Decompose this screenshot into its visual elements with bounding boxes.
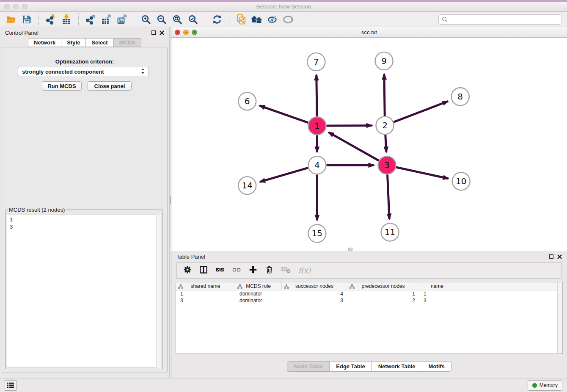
splitter-grip[interactable] (170, 196, 171, 204)
column-header-predecessor-nodes[interactable]: predecessor nodes (347, 282, 419, 290)
graph-node-8[interactable]: 8 (451, 88, 469, 105)
graph-edge-4-14[interactable] (260, 168, 308, 182)
tab-node-table[interactable]: Node Table (287, 361, 330, 372)
optimization-criterion-label: Optimization criterion: (2, 58, 167, 65)
graph-node-7[interactable]: 7 (307, 53, 325, 71)
run-mcds-button[interactable]: Run MCDS (42, 81, 82, 91)
table-scrollbar[interactable] (557, 282, 562, 353)
minimize-window-icon[interactable] (13, 4, 19, 9)
table-cell[interactable]: 3 (419, 297, 455, 304)
show-hide-columns-button[interactable] (199, 265, 208, 276)
close-table-panel-icon[interactable] (557, 254, 562, 259)
network-graph[interactable]: 7968124314101511 (171, 38, 567, 251)
zoom-window-icon[interactable] (22, 4, 28, 9)
table-cell[interactable]: 3 (282, 297, 347, 304)
float-panel-icon[interactable] (151, 30, 156, 35)
new-network-from-selection-button[interactable] (234, 13, 248, 26)
close-panel-icon[interactable] (160, 30, 164, 35)
import-network-icon (46, 14, 56, 25)
table-cell[interactable]: 1 (419, 290, 455, 297)
table-cell[interactable]: dominator (235, 297, 282, 304)
close-panel-button[interactable]: Close panel (88, 81, 132, 91)
graph-edge-3-1[interactable] (328, 132, 379, 160)
save-session-button[interactable] (20, 13, 33, 26)
graph-node-6[interactable]: 6 (238, 92, 256, 110)
search-input[interactable] (450, 16, 559, 23)
graph-edge-1-7[interactable] (317, 75, 317, 116)
new-column-button[interactable] (248, 265, 258, 276)
column-header-successor-nodes[interactable]: successor nodes (282, 282, 347, 290)
graph-node-label: 8 (457, 91, 463, 102)
mcds-result-list[interactable]: 13 (7, 215, 161, 368)
export-network-button[interactable] (84, 13, 97, 26)
table-cell[interactable]: 1 (176, 290, 235, 297)
table-row[interactable]: 3dominator323 (176, 297, 562, 304)
column-header-name[interactable]: name (419, 282, 455, 290)
table-cell[interactable]: 1 (347, 290, 419, 297)
criterion-select[interactable]: strongly connected component (18, 67, 149, 76)
zoom-selected-button[interactable] (186, 13, 200, 26)
graph-edge-3-11[interactable] (388, 174, 390, 219)
graph-edge-2-3[interactable] (385, 135, 386, 152)
graph-node-11[interactable]: 11 (381, 223, 399, 241)
delete-column-button[interactable] (265, 265, 274, 276)
deselect-all-button[interactable] (232, 265, 241, 276)
graph-node-1[interactable]: 1 (308, 117, 326, 135)
zoom-fit-button[interactable] (171, 13, 184, 26)
table-options-button[interactable] (183, 265, 192, 276)
zoom-in-button[interactable] (139, 13, 153, 26)
task-history-button[interactable] (5, 380, 17, 391)
tab-style[interactable]: Style (61, 38, 86, 47)
show-hidden-button[interactable] (281, 13, 295, 26)
close-window-icon[interactable] (4, 4, 10, 9)
graph-node-15[interactable]: 15 (308, 224, 326, 242)
graph-edge-3-10[interactable] (396, 167, 448, 179)
table-cell[interactable]: 3 (176, 297, 235, 304)
search-field[interactable] (438, 14, 562, 25)
select-all-button[interactable] (215, 265, 225, 276)
zoom-out-button[interactable] (155, 13, 168, 26)
close-view-icon[interactable]: x (175, 30, 180, 35)
network-canvas[interactable]: 7968124314101511 (171, 38, 567, 251)
tab-network-table[interactable]: Network Table (372, 361, 422, 372)
tab-motifs[interactable]: Motifs (422, 361, 451, 372)
export-image-button[interactable] (115, 13, 129, 26)
hide-selection-button[interactable] (266, 13, 279, 26)
graph-edge-2-8[interactable] (394, 101, 448, 122)
delete-table-button (281, 265, 291, 276)
result-scrollbar[interactable] (156, 215, 161, 368)
tab-network[interactable]: Network (28, 38, 61, 47)
graph-node-label: 3 (384, 160, 390, 170)
minimize-view-icon[interactable]: - (183, 30, 189, 35)
tab-mcds[interactable]: MCDS (114, 38, 141, 47)
table-row[interactable]: 1dominator411 (176, 290, 562, 297)
tab-select[interactable]: Select (86, 38, 113, 47)
column-header-mcds-role[interactable]: MCDS role (235, 282, 282, 290)
table-cell[interactable]: dominator (235, 290, 282, 297)
column-header-shared-name[interactable]: shared name (176, 282, 235, 290)
import-table-button[interactable] (60, 13, 73, 26)
graph-edge-1-6[interactable] (259, 105, 308, 122)
table-cell[interactable]: 4 (282, 290, 347, 297)
graph-node-2[interactable]: 2 (376, 116, 394, 134)
open-session-button[interactable] (4, 13, 18, 26)
zoom-view-icon[interactable]: + (192, 30, 197, 35)
graph-node-3[interactable]: 3 (378, 156, 396, 174)
table-cell[interactable]: 2 (347, 297, 419, 304)
graph-edge-1-2[interactable] (326, 125, 372, 126)
graph-node-10[interactable]: 10 (452, 172, 470, 190)
horizontal-splitter-grip[interactable] (348, 248, 352, 251)
neighbors-button[interactable] (250, 13, 264, 26)
float-table-panel-icon[interactable] (549, 254, 553, 259)
graph-node-14[interactable]: 14 (238, 177, 256, 194)
refresh-button[interactable] (210, 13, 224, 26)
plus-icon (248, 265, 258, 274)
graph-edge-2-9[interactable] (384, 74, 385, 116)
graph-node-9[interactable]: 9 (375, 52, 393, 70)
tab-edge-table[interactable]: Edge Table (330, 361, 372, 372)
import-network-button[interactable] (44, 13, 58, 26)
copy-network-icon (236, 14, 247, 25)
export-table-button[interactable] (99, 13, 113, 26)
memory-button[interactable]: Memory (528, 380, 562, 391)
graph-node-4[interactable]: 4 (308, 156, 326, 174)
